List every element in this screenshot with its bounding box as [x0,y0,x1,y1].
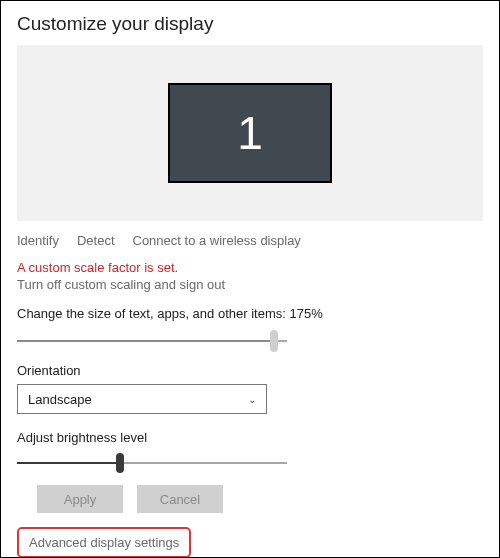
cancel-button[interactable]: Cancel [137,485,223,513]
scale-slider[interactable] [17,329,287,353]
slider-thumb[interactable] [116,453,124,473]
slider-track-filled [17,340,274,342]
button-row: Apply Cancel [37,485,483,513]
advanced-display-settings-link[interactable]: Advanced display settings [29,535,179,550]
display-preview-area: 1 [17,45,483,221]
orientation-dropdown[interactable]: Landscape ⌄ [17,384,267,414]
brightness-slider[interactable] [17,451,287,475]
wireless-display-link[interactable]: Connect to a wireless display [133,233,301,248]
turn-off-scaling-link[interactable]: Turn off custom scaling and sign out [17,277,225,292]
brightness-label: Adjust brightness level [17,430,483,445]
monitor-thumbnail[interactable]: 1 [168,83,332,183]
orientation-label: Orientation [17,363,483,378]
scale-label: Change the size of text, apps, and other… [17,306,483,321]
slider-track-filled [17,462,120,464]
identify-link[interactable]: Identify [17,233,59,248]
detect-link[interactable]: Detect [77,233,115,248]
advanced-highlight-box: Advanced display settings [17,527,191,558]
chevron-down-icon: ⌄ [248,394,256,405]
apply-button[interactable]: Apply [37,485,123,513]
display-actions-row: Identify Detect Connect to a wireless di… [17,233,483,248]
scale-warning: A custom scale factor is set. [17,260,483,275]
slider-thumb[interactable] [270,330,278,352]
page-title: Customize your display [17,13,483,35]
monitor-number: 1 [237,106,263,160]
orientation-value: Landscape [28,392,92,407]
